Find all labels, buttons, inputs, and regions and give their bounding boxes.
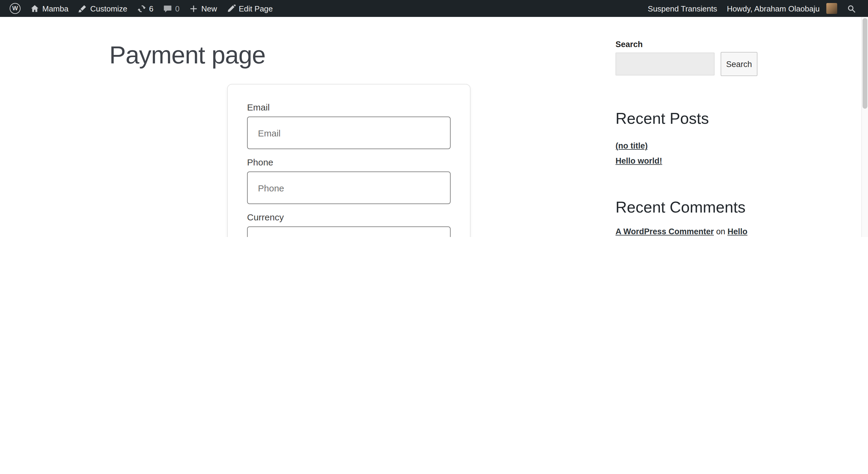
edit-page-button[interactable]: Edit Page: [222, 0, 278, 17]
search-toggle[interactable]: [842, 4, 861, 13]
comment-author-link[interactable]: A WordPress Commenter: [616, 227, 714, 236]
admin-bar-right: Suspend Transients Howdy, Abraham Olaoba…: [643, 3, 868, 14]
sidebar-search-button[interactable]: Search: [721, 52, 757, 76]
email-field-group: Email: [247, 103, 451, 149]
new-content-button[interactable]: New: [185, 0, 222, 17]
customize-label: Customize: [90, 4, 127, 13]
site-name-menu[interactable]: Mamba: [25, 0, 73, 17]
recent-posts-heading: Recent Posts: [616, 109, 709, 128]
suspend-transients-button[interactable]: Suspend Transients: [643, 4, 722, 13]
comment-icon: [163, 4, 172, 13]
recent-comment-item: A WordPress Commenter on Hello world!: [616, 227, 753, 237]
search-widget: Search: [616, 52, 757, 76]
my-account-menu[interactable]: Howdy, Abraham Olaobaju: [722, 3, 842, 14]
howdy-label: Howdy, Abraham Olaobaju: [727, 4, 820, 13]
page-title: Payment page: [109, 41, 266, 69]
recent-post-link[interactable]: (no title): [616, 141, 648, 150]
phone-label: Phone: [247, 158, 451, 167]
list-item: (no title): [616, 140, 757, 151]
currency-field-group: Currency USD: [247, 213, 451, 237]
recent-posts-list: (no title) Hello world!: [616, 140, 757, 170]
phone-input[interactable]: [247, 171, 451, 204]
search-icon: [847, 4, 856, 13]
updates-count: 6: [149, 4, 153, 13]
comment-connector: on: [716, 227, 725, 236]
recent-post-link[interactable]: Hello world!: [616, 156, 662, 165]
updates-button[interactable]: 6: [132, 0, 158, 17]
home-icon: [30, 4, 39, 13]
search-widget-heading: Search: [616, 40, 643, 49]
page: W Mamba Customize 6 0: [0, 0, 868, 237]
payment-form-card: Email Phone Currency USD Age Color bla: [227, 84, 470, 237]
customize-button[interactable]: Customize: [73, 0, 132, 17]
scrollbar-track[interactable]: [861, 17, 868, 237]
pencil-icon: [227, 4, 236, 13]
email-input[interactable]: [247, 117, 451, 149]
site-name-label: Mamba: [42, 4, 68, 13]
currency-select[interactable]: USD: [247, 226, 451, 237]
plus-icon: [189, 4, 198, 13]
comments-count: 0: [175, 4, 179, 13]
updates-icon: [137, 4, 146, 13]
wp-logo-menu[interactable]: W: [5, 0, 25, 17]
scrollbar-thumb[interactable]: [863, 18, 867, 109]
recent-comments-heading: Recent Comments: [616, 198, 746, 217]
sidebar-search-input[interactable]: [616, 53, 715, 75]
list-item: Hello world!: [616, 155, 757, 166]
email-label: Email: [247, 103, 451, 112]
paintbrush-icon: [78, 4, 87, 13]
new-label: New: [202, 4, 217, 13]
edit-page-label: Edit Page: [239, 4, 273, 13]
wordpress-logo-icon: W: [10, 3, 21, 14]
wp-admin-bar: W Mamba Customize 6 0: [0, 0, 868, 17]
phone-field-group: Phone: [247, 158, 451, 204]
avatar: [826, 3, 837, 14]
currency-label: Currency: [247, 213, 451, 222]
comments-button[interactable]: 0: [158, 0, 184, 17]
